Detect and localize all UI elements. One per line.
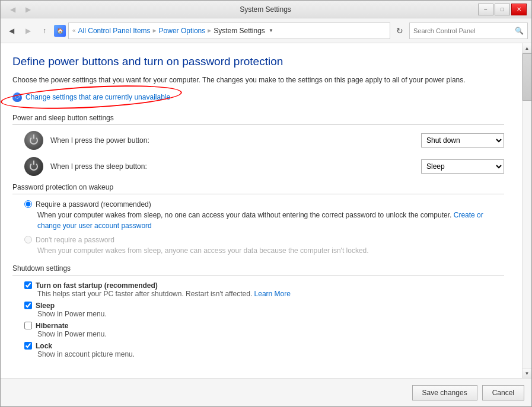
power-icon — [24, 131, 43, 150]
page-description: Choose the power settings that you want … — [12, 75, 504, 85]
footer: Save changes Cancel — [1, 378, 531, 406]
folder-icon: 🏠 — [54, 25, 66, 37]
lock-checkbox-label[interactable]: Lock — [24, 342, 504, 350]
hibernate-label-text: Hibernate — [36, 322, 68, 330]
scroll-track — [523, 53, 532, 368]
search-input[interactable] — [413, 27, 515, 34]
title-bar: ◀ ▶ System Settings − □ ✕ — [1, 1, 531, 18]
require-password-label[interactable]: Require a password (recommended) — [24, 200, 504, 209]
breadcrumb-link-control-panel[interactable]: All Control Panel Items — [78, 27, 151, 35]
fast-startup-label[interactable]: Turn on fast startup (recommended) — [24, 281, 504, 290]
breadcrumb-bar: « All Control Panel Items ► Power Option… — [68, 23, 390, 39]
search-box: 🔍 — [409, 23, 528, 39]
lock-desc: Show in account picture menu. — [37, 350, 504, 358]
address-bar: ◀ ▶ ↑ 🏠 « All Control Panel Items ► Powe… — [1, 18, 531, 43]
breadcrumb-prefix: « — [72, 27, 76, 34]
breadcrumb-dropdown-button[interactable]: ▼ — [266, 25, 276, 37]
main-content: Define power buttons and turn on passwor… — [1, 43, 531, 378]
power-button-label: When I press the power button: — [50, 136, 421, 145]
scroll-thumb[interactable] — [523, 53, 532, 101]
fast-startup-text: Turn on fast startup (recommended) — [36, 281, 158, 290]
shutdown-checkbox-group: Turn on fast startup (recommended) This … — [24, 281, 504, 358]
no-password-desc: When your computer wakes from sleep, any… — [37, 245, 504, 256]
power-button-row: When I press the power button: Shut down… — [12, 131, 504, 150]
require-password-radio[interactable] — [24, 200, 32, 208]
maximize-button[interactable]: □ — [495, 4, 510, 15]
search-icon: 🔍 — [515, 27, 524, 35]
require-password-desc: When your computer wakes from sleep, no … — [37, 210, 504, 231]
sleep-label-text: Sleep — [36, 302, 55, 310]
sleep-button-select[interactable]: Sleep Hibernate Shut down Do nothing — [421, 159, 504, 174]
power-symbol-icon — [30, 136, 38, 145]
shield-icon: 🛡 — [12, 92, 22, 102]
sleep-symbol-icon — [30, 162, 38, 171]
forward-nav-button[interactable]: ▶ — [21, 24, 35, 38]
scroll-up-button[interactable]: ▲ — [523, 43, 532, 53]
lock-checkbox[interactable] — [24, 342, 32, 350]
power-button-select[interactable]: Shut down Sleep Hibernate Turn off the d… — [421, 133, 504, 148]
up-button[interactable]: ↑ — [37, 24, 52, 38]
no-password-text: Don't require a password — [36, 236, 114, 244]
breadcrumb-link-power-options[interactable]: Power Options — [159, 27, 206, 35]
scroll-down-button[interactable]: ▼ — [523, 368, 532, 378]
no-password-radio[interactable] — [24, 236, 32, 243]
cancel-button[interactable]: Cancel — [482, 385, 524, 400]
require-password-text: Require a password (recommended) — [36, 200, 151, 209]
page-title: Define power buttons and turn on passwor… — [12, 55, 504, 68]
sleep-checkbox[interactable] — [24, 302, 32, 309]
hibernate-checkbox[interactable] — [24, 322, 32, 329]
password-radio-group: Require a password (recommended) When yo… — [24, 200, 504, 256]
back-nav-button[interactable]: ◀ — [4, 24, 18, 38]
sep2: ► — [206, 27, 212, 34]
learn-more-link[interactable]: Learn More — [254, 290, 291, 298]
require-password-option: Require a password (recommended) When yo… — [24, 200, 504, 231]
forward-button[interactable]: ▶ — [21, 2, 35, 17]
minimize-button[interactable]: − — [478, 4, 493, 15]
change-settings-container: 🛡 Change settings that are currently una… — [12, 92, 170, 102]
content-area: Define power buttons and turn on passwor… — [1, 43, 522, 378]
no-password-label[interactable]: Don't require a password — [24, 236, 504, 244]
hibernate-checkbox-label[interactable]: Hibernate — [24, 322, 504, 330]
fast-startup-desc: This helps start your PC faster after sh… — [37, 290, 504, 298]
change-settings-link[interactable]: 🛡 Change settings that are currently una… — [12, 92, 170, 102]
fast-startup-checkbox[interactable] — [24, 281, 32, 289]
sep1: ► — [152, 27, 158, 34]
lock-label-text: Lock — [36, 342, 52, 350]
scrollbar: ▲ ▼ — [522, 43, 531, 378]
window-controls: − □ ✕ — [478, 4, 527, 15]
breadcrumb-current: System Settings — [214, 27, 265, 35]
close-button[interactable]: ✕ — [511, 4, 527, 15]
hibernate-desc: Show in Power menu. — [37, 330, 504, 338]
power-sleep-section-header: Power and sleep button settings — [12, 114, 504, 125]
sleep-option: Sleep Show in Power menu. — [24, 302, 504, 318]
fast-startup-option: Turn on fast startup (recommended) This … — [24, 281, 504, 298]
sleep-checkbox-label[interactable]: Sleep — [24, 302, 504, 310]
change-settings-label: Change settings that are currently unava… — [26, 93, 170, 101]
back-button[interactable]: ◀ — [5, 2, 20, 17]
sleep-desc: Show in Power menu. — [37, 310, 504, 318]
lock-option: Lock Show in account picture menu. — [24, 342, 504, 358]
require-password-desc-text: When your computer wakes from sleep, no … — [37, 211, 451, 219]
save-changes-button[interactable]: Save changes — [412, 385, 477, 400]
window-title: System Settings — [53, 5, 478, 14]
fast-startup-desc-text: This helps start your PC faster after sh… — [37, 290, 252, 298]
no-password-option: Don't require a password When your compu… — [24, 236, 504, 256]
system-settings-window: ◀ ▶ System Settings − □ ✕ ◀ ▶ ↑ 🏠 « All … — [0, 0, 532, 407]
sleep-button-label: When I press the sleep button: — [50, 162, 421, 171]
hibernate-option: Hibernate Show in Power menu. — [24, 322, 504, 338]
sleep-button-row: When I press the sleep button: Sleep Hib… — [12, 157, 504, 176]
sleep-icon — [24, 157, 43, 176]
password-section-header: Password protection on wakeup — [12, 183, 504, 194]
shutdown-section-header: Shutdown settings — [12, 264, 504, 275]
refresh-button[interactable]: ↻ — [393, 24, 407, 38]
